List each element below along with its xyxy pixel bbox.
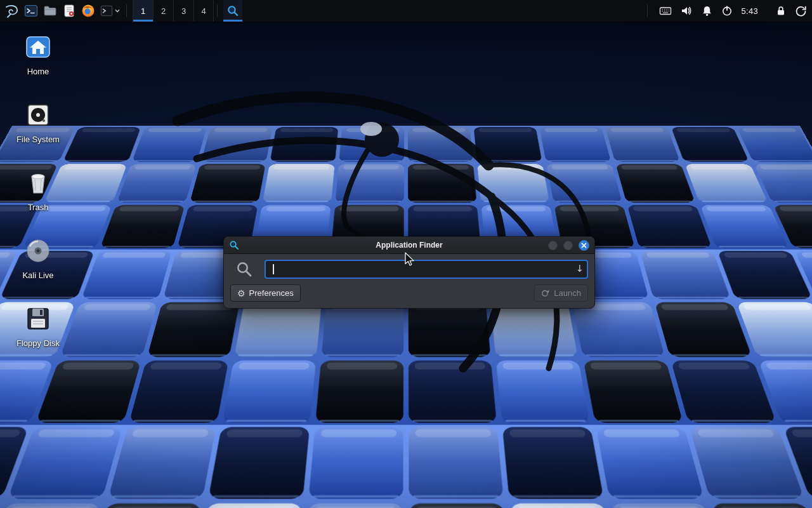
workspace-switcher: 1 2 3 4 bbox=[133, 0, 214, 22]
desktop-icon-label: Trash bbox=[28, 203, 49, 212]
close-icon bbox=[581, 243, 587, 248]
desktop-icon-label: Kali Live bbox=[22, 271, 53, 280]
file-manager-launcher[interactable] bbox=[41, 0, 60, 22]
launch-label: Launch bbox=[554, 288, 581, 298]
minimize-button[interactable] bbox=[548, 241, 558, 250]
trash-icon bbox=[23, 168, 53, 198]
notifications-button[interactable] bbox=[701, 0, 713, 22]
close-button[interactable] bbox=[579, 240, 589, 251]
terminal-small-icon bbox=[100, 4, 113, 17]
desktop-icon-column: Home File System Trash bbox=[5, 32, 71, 371]
volume-button[interactable] bbox=[680, 0, 693, 22]
firefox-icon bbox=[81, 4, 95, 18]
text-caret bbox=[273, 264, 274, 274]
bell-icon bbox=[701, 5, 713, 17]
chevron-down-icon bbox=[114, 8, 121, 14]
home-icon bbox=[23, 32, 53, 62]
workspace-button-2[interactable]: 2 bbox=[153, 0, 173, 22]
desktop-icon-label: Home bbox=[27, 67, 49, 76]
terminal-launcher[interactable] bbox=[22, 0, 41, 22]
search-icon bbox=[230, 260, 258, 278]
search-entry-wrap: ↓ bbox=[265, 260, 588, 279]
desktop-icon-label: File System bbox=[16, 135, 60, 144]
application-finder-window: Application Finder bbox=[223, 236, 595, 309]
search-input[interactable] bbox=[265, 260, 588, 279]
panel-clock[interactable]: 5:43 bbox=[741, 6, 758, 16]
workspace-button-4[interactable]: 4 bbox=[193, 0, 214, 22]
terminal-dropdown-button[interactable] bbox=[98, 0, 123, 22]
keyboard-icon bbox=[659, 4, 672, 17]
logout-icon bbox=[795, 5, 807, 17]
panel-separator bbox=[647, 4, 648, 17]
desktop-icon-floppy-disk[interactable]: Floppy Disk bbox=[5, 304, 71, 367]
floppy-disk-icon bbox=[23, 304, 53, 334]
kali-logo-icon bbox=[4, 3, 20, 18]
gear-icon: ⚙ bbox=[237, 288, 246, 298]
firefox-launcher[interactable] bbox=[79, 0, 98, 22]
maximize-button[interactable] bbox=[563, 241, 573, 250]
file-system-icon bbox=[23, 100, 53, 130]
window-title: Application Finder bbox=[224, 241, 594, 250]
keyboard-layout-button[interactable] bbox=[659, 0, 672, 22]
lock-icon bbox=[775, 5, 787, 17]
kali-live-disc-icon bbox=[23, 236, 53, 266]
text-editor-icon bbox=[62, 4, 76, 18]
app-finder-window-icon bbox=[229, 240, 239, 250]
window-controls bbox=[548, 240, 589, 251]
logout-button[interactable] bbox=[795, 0, 807, 22]
top-panel: 1 2 3 4 bbox=[0, 0, 812, 22]
desktop: Home File System Trash bbox=[0, 0, 812, 508]
taskbar-application-finder[interactable] bbox=[223, 0, 242, 22]
workspace-button-3[interactable]: 3 bbox=[173, 0, 193, 22]
preferences-button[interactable]: ⚙ Preferences bbox=[230, 284, 301, 302]
power-manager-button[interactable] bbox=[721, 0, 733, 22]
desktop-icon-trash[interactable]: Trash bbox=[5, 168, 71, 231]
search-row: ↓ bbox=[230, 260, 588, 279]
desktop-icon-label: Floppy Disk bbox=[16, 338, 60, 348]
kali-menu-button[interactable] bbox=[3, 0, 22, 22]
desktop-icon-home[interactable]: Home bbox=[5, 32, 71, 95]
preferences-label: Preferences bbox=[249, 288, 294, 298]
terminal-icon bbox=[24, 4, 38, 18]
volume-icon bbox=[680, 4, 693, 17]
titlebar[interactable]: Application Finder bbox=[224, 237, 594, 254]
panel-left: 1 2 3 4 bbox=[0, 0, 242, 22]
desktop-icon-file-system[interactable]: File System bbox=[5, 100, 71, 163]
button-row: ⚙ Preferences Launch bbox=[230, 284, 588, 302]
launch-button[interactable]: Launch bbox=[534, 284, 588, 302]
panel-right: 5:43 bbox=[644, 0, 812, 22]
app-finder-task-icon bbox=[226, 4, 239, 17]
panel-separator bbox=[126, 4, 127, 17]
launch-icon bbox=[541, 289, 550, 298]
lock-screen-button[interactable] bbox=[775, 0, 787, 22]
panel-separator bbox=[217, 4, 218, 17]
text-editor-launcher[interactable] bbox=[60, 0, 79, 22]
desktop-icon-kali-live[interactable]: Kali Live bbox=[5, 236, 71, 299]
workspace-button-1[interactable]: 1 bbox=[133, 0, 153, 22]
kali-dragon-art bbox=[159, 70, 603, 387]
folder-icon bbox=[43, 4, 57, 18]
dialog-body: ↓ ⚙ Preferences Launch bbox=[224, 254, 594, 308]
power-manager-icon bbox=[721, 5, 733, 17]
